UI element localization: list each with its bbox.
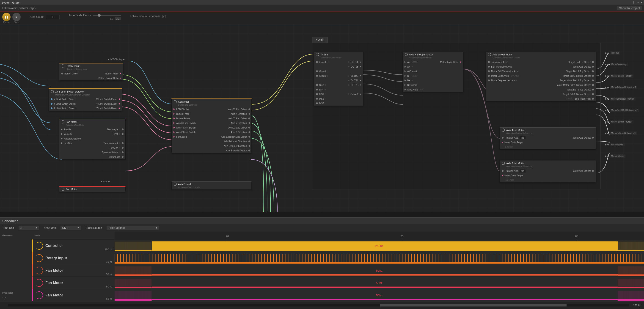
svg-rect-2	[114, 262, 644, 264]
governor-header: Governor	[0, 232, 32, 239]
sink-HotEnd[interactable]: HotEnd	[605, 51, 620, 55]
footer-hz: 250 hz	[633, 304, 641, 307]
window-title: System Graph	[2, 1, 20, 4]
time-unit-dropdown[interactable]: S▼	[18, 226, 39, 230]
clock-source-label: Clock Source	[86, 226, 102, 230]
refresh-icon	[316, 53, 319, 56]
step-count-field[interactable]: 1	[46, 15, 60, 19]
node-stepper[interactable]: Axis X Stepper Motor Actuators/Stepper M…	[402, 52, 463, 92]
close-icon[interactable]: ✕	[640, 1, 642, 4]
track-Fan Motor[interactable]: Fan Motor50 hz	[32, 277, 114, 289]
toolbar: ❚❚ Pause ▶ Step Step Count 1 Time Scale …	[0, 11, 644, 24]
refresh-icon	[488, 53, 491, 56]
track-Fan Motor[interactable]: Fan Motor50 hz	[32, 289, 114, 301]
node-xyz-limit[interactable]: XYZ Limit Switch Detector Ultimaker2/XYZ…	[48, 88, 122, 111]
refresh-icon	[502, 128, 505, 132]
clock-source-dropdown[interactable]: Fixed Update▼	[106, 226, 159, 230]
node-fan-motor-2[interactable]: Fan Motor	[59, 186, 126, 192]
waveform-row[interactable]: 250hz	[114, 239, 644, 252]
waveform-row[interactable]: 50hz	[114, 289, 644, 301]
svg-rect-4	[618, 275, 644, 276]
node-linear-motion[interactable]: Axis Linear Motion Ultimaker2/Axis Linea…	[486, 52, 596, 101]
sink-MicroPulleyZBottomHalf[interactable]: MicroPulleyZBottomHalf	[605, 131, 637, 135]
node-axial-1[interactable]: Axis Axial Motion Ultimaker2/Axis Axial …	[500, 127, 596, 149]
node-controller[interactable]: Controller Ultimaker2/Controller LCD Dis…	[172, 98, 252, 153]
svg-rect-8	[618, 299, 644, 301]
time-scale-slider[interactable]	[93, 15, 121, 16]
sink-MicroPulleyJ[interactable]: MicroPulleyJ	[605, 154, 626, 158]
timeline-ruler[interactable]: 70 75 80	[114, 232, 644, 239]
snap-unit-dropdown[interactable]: Div 1▼	[60, 226, 81, 230]
node-axial-2[interactable]: Axis Axial Motion Ultimaker2/Axis Axial …	[500, 161, 596, 183]
refresh-icon	[502, 162, 505, 165]
refresh-icon	[61, 64, 64, 68]
refresh-icon	[61, 188, 64, 191]
svg-rect-5	[114, 287, 152, 288]
node-axis-extrude[interactable]: Axis Extrude Ultimaker2/Axis Extrude	[172, 181, 252, 190]
step-button[interactable]: ▶	[12, 13, 21, 21]
time-scale-label: Time Scale Factor	[69, 14, 91, 17]
svg-rect-6	[618, 287, 644, 288]
node-header: Node	[32, 232, 114, 239]
sink-MicroAssembly[interactable]: MicroAssembly	[605, 63, 628, 66]
follow-label: Follow time in Scheduler	[130, 15, 160, 18]
refresh-icon	[404, 53, 408, 56]
sink-MicroSmallBeltBottomHalf[interactable]: MicroSmallBeltBottomHalf	[605, 109, 639, 112]
follow-checkbox[interactable]: ✓	[162, 15, 166, 18]
node-a4988[interactable]: A4988 Stepper Drivers/A4988 /Enable10OUT…	[314, 52, 363, 106]
step-count-label: Step Count	[30, 15, 44, 18]
track-Rotary Input[interactable]: Rotary Input10 hz	[32, 252, 114, 264]
waveform-row[interactable]: 50hz	[114, 277, 644, 289]
menu-icon[interactable]: ⋮	[632, 1, 635, 4]
timeline-scrollbar[interactable]	[8, 304, 629, 307]
node-graph[interactable]: LCDDisplay Rotary Input Ultimaker2/Rotar…	[0, 24, 644, 212]
snap-unit-label: Snap Unit	[44, 226, 56, 230]
refresh-icon	[174, 100, 177, 103]
breadcrumb-bar: Ultimaker2.SystemGraph Show In Project	[0, 5, 644, 11]
titlebar: System Graph ⋮ ▭ ✕	[0, 0, 644, 5]
refresh-icon	[51, 90, 54, 93]
graph-path: Ultimaker2.SystemGraph	[2, 6, 36, 10]
node-fan-motor[interactable]: Fan Motor Actuators/Fan Motor EnableStar…	[59, 119, 126, 159]
scheduler-panel: Scheduler Time Unit S▼ Snap Unit Div 1▼ …	[0, 217, 644, 309]
svg-rect-7	[114, 299, 152, 301]
prescaler-label: Prescaler	[0, 289, 32, 297]
svg-rect-3	[114, 275, 152, 276]
time-unit-label: Time Unit	[2, 226, 14, 230]
min-icon[interactable]: ▭	[636, 1, 639, 4]
refresh-icon	[174, 183, 177, 186]
track-Controller[interactable]: Controller250 hz	[32, 239, 114, 252]
sink-MicroPulleyI[interactable]: MicroPulleyI	[605, 143, 625, 146]
sink-MicroPulleyYTopHalf[interactable]: MicroPulleyYTopHalf	[605, 74, 634, 78]
fan-tag: FanI	[103, 181, 107, 183]
track-Fan Motor[interactable]: Fan Motor50 hz	[32, 264, 114, 277]
pause-button[interactable]: ❚❚	[2, 13, 10, 21]
scheduler-title: Scheduler	[0, 218, 644, 224]
lcd-tag: LCDDisplay	[110, 58, 122, 61]
svg-rect-0	[114, 250, 152, 251]
show-in-project-button[interactable]: Show In Project	[617, 6, 642, 10]
sink-MicroPulleyYBottomHalf[interactable]: MicroPulleyYBottomHalf	[605, 86, 637, 89]
sink-MicroPulleyYTopHalf[interactable]: MicroPulleyYTopHalf	[605, 120, 634, 123]
refresh-icon	[61, 120, 64, 123]
group-tab[interactable]: X Axis	[312, 37, 328, 43]
node-rotary-input[interactable]: Rotary Input Ultimaker2/Rotary Input But…	[59, 63, 123, 81]
waveform-row[interactable]	[114, 252, 644, 264]
svg-rect-1	[618, 250, 644, 251]
window-buttons: ⋮ ▭ ✕	[632, 1, 642, 4]
waveform-row[interactable]: 50hz	[114, 264, 644, 277]
sink-MicroSmallBeltTopHalf[interactable]: MicroSmallBeltTopHalf	[605, 97, 636, 101]
